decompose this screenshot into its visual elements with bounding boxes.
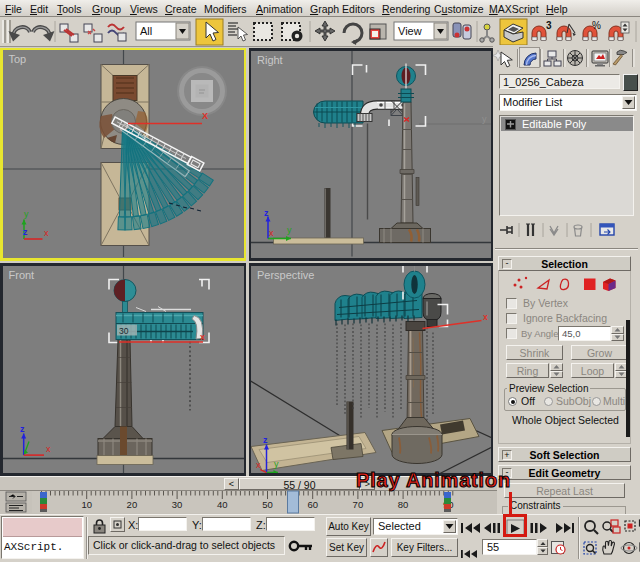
svg-text:30: 30 xyxy=(119,325,129,335)
svg-text:z: z xyxy=(264,208,269,218)
svg-text:80: 80 xyxy=(398,499,409,510)
svg-text:20: 20 xyxy=(127,499,138,510)
svg-text:3: 3 xyxy=(546,20,552,31)
svg-text:y: y xyxy=(24,209,29,219)
svg-text:x: x xyxy=(269,228,274,238)
svg-text:z: z xyxy=(20,423,25,433)
svg-text:x: x xyxy=(46,443,51,453)
svg-text:View: View xyxy=(398,25,422,37)
svg-text:40: 40 xyxy=(217,499,228,510)
svg-text:x: x xyxy=(483,311,488,321)
svg-text:All: All xyxy=(140,25,152,37)
svg-text:y: y xyxy=(274,458,279,468)
svg-text:x: x xyxy=(200,331,205,341)
svg-text:z: z xyxy=(23,227,28,237)
svg-text:y: y xyxy=(482,114,487,124)
svg-text:%: % xyxy=(592,20,601,31)
svg-text:30: 30 xyxy=(172,499,183,510)
svg-text:10: 10 xyxy=(81,499,92,510)
svg-text:60: 60 xyxy=(307,499,318,510)
svg-text:50: 50 xyxy=(262,499,273,510)
svg-text:x: x xyxy=(44,228,49,238)
svg-text:70: 70 xyxy=(353,499,364,510)
svg-text:z: z xyxy=(263,434,268,444)
svg-text:y: y xyxy=(287,225,292,235)
svg-text:X: X xyxy=(202,111,208,121)
svg-text:x: x xyxy=(256,459,261,469)
